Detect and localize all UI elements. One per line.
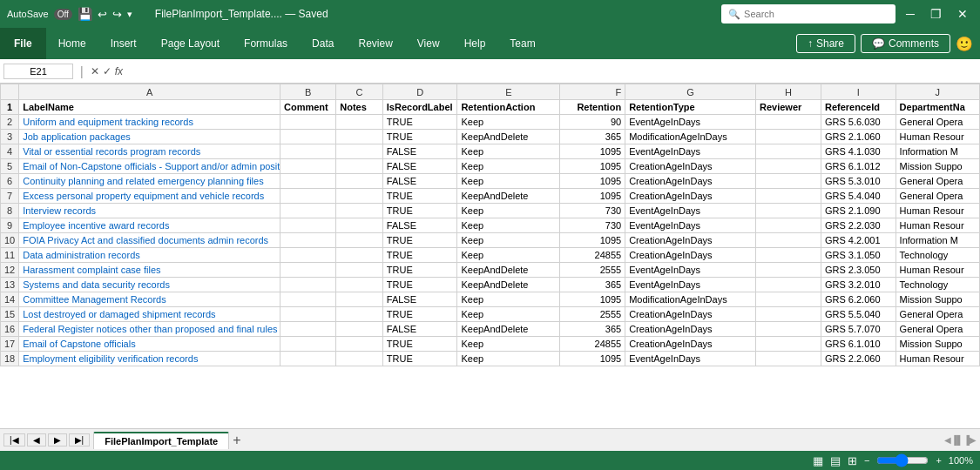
cell-c3[interactable] xyxy=(336,130,383,144)
next-sheet-button[interactable]: ▶ xyxy=(48,433,67,446)
cell-j10[interactable]: Information M xyxy=(896,233,979,248)
cell-g18[interactable]: EventAgeInDays xyxy=(625,352,756,366)
cell-g14[interactable]: ModificationAgeInDays xyxy=(625,292,756,307)
cell-f14[interactable]: 1095 xyxy=(560,292,625,307)
cell-i14[interactable]: GRS 6.2.060 xyxy=(821,292,896,307)
cell-i9[interactable]: GRS 2.2.030 xyxy=(821,218,896,233)
cell-i6[interactable]: GRS 5.3.010 xyxy=(821,174,896,189)
cell-f10[interactable]: 1095 xyxy=(560,233,625,248)
cell-e17[interactable]: Keep xyxy=(457,337,560,352)
cell-j8[interactable]: Human Resour xyxy=(896,204,979,218)
cell-g9[interactable]: EventAgeInDays xyxy=(625,218,756,233)
cell-d3[interactable]: TRUE xyxy=(382,130,457,144)
cell-e8[interactable]: Keep xyxy=(457,204,560,218)
autosave-toggle[interactable]: Off xyxy=(54,9,72,20)
insert-function-icon[interactable]: fx xyxy=(115,65,123,77)
cell-e4[interactable]: Keep xyxy=(457,144,560,159)
cell-b4[interactable] xyxy=(280,144,336,159)
cell-d12[interactable]: TRUE xyxy=(382,263,457,278)
cell-e14[interactable]: Keep xyxy=(457,292,560,307)
cell-b7[interactable] xyxy=(280,189,336,204)
cell-j2[interactable]: General Opera xyxy=(896,115,979,130)
tab-insert[interactable]: Insert xyxy=(98,28,149,59)
cell-j4[interactable]: Information M xyxy=(896,144,979,159)
cell-b9[interactable] xyxy=(280,218,336,233)
zoom-increase-button[interactable]: + xyxy=(936,455,941,466)
cell-d11[interactable]: TRUE xyxy=(382,248,457,263)
smiley-icon[interactable]: 🙂 xyxy=(956,36,973,52)
tab-home[interactable]: Home xyxy=(46,28,98,59)
cell-d2[interactable]: TRUE xyxy=(382,115,457,130)
zoom-decrease-button[interactable]: − xyxy=(864,455,869,466)
normal-view-icon[interactable]: ▦ xyxy=(813,454,823,467)
cell-g15[interactable]: CreationAgeInDays xyxy=(625,307,756,322)
cell-g13[interactable]: EventAgeInDays xyxy=(625,278,756,292)
cell-j7[interactable]: General Opera xyxy=(896,189,979,204)
cell-b16[interactable] xyxy=(280,322,336,337)
cell-b14[interactable] xyxy=(280,292,336,307)
cell-a11[interactable]: Data administration records xyxy=(19,248,280,263)
cell-g12[interactable]: EventAgeInDays xyxy=(625,263,756,278)
cell-h2[interactable] xyxy=(756,115,821,130)
cell-h10[interactable] xyxy=(756,233,821,248)
cell-b18[interactable] xyxy=(280,352,336,366)
last-sheet-button[interactable]: ▶| xyxy=(69,433,91,446)
cell-h16[interactable] xyxy=(756,322,821,337)
cell-i4[interactable]: GRS 4.1.030 xyxy=(821,144,896,159)
layout-view-icon[interactable]: ▤ xyxy=(830,454,841,467)
cell-d5[interactable]: FALSE xyxy=(382,159,457,174)
cell-b15[interactable] xyxy=(280,307,336,322)
col-header-c[interactable]: C xyxy=(336,84,383,100)
cell-g8[interactable]: EventAgeInDays xyxy=(625,204,756,218)
col-header-f[interactable]: F xyxy=(560,84,625,100)
cell-i10[interactable]: GRS 4.2.001 xyxy=(821,233,896,248)
cell-i8[interactable]: GRS 2.1.090 xyxy=(821,204,896,218)
cell-g7[interactable]: CreationAgeInDays xyxy=(625,189,756,204)
cell-g10[interactable]: CreationAgeInDays xyxy=(625,233,756,248)
cell-b2[interactable] xyxy=(280,115,336,130)
cell-d17[interactable]: TRUE xyxy=(382,337,457,352)
col-header-g[interactable]: G xyxy=(625,84,756,100)
cell-h13[interactable] xyxy=(756,278,821,292)
cell-f17[interactable]: 24855 xyxy=(560,337,625,352)
comments-button[interactable]: 💬 Comments xyxy=(861,34,950,53)
cell-e1[interactable]: RetentionAction xyxy=(457,100,560,115)
cell-c4[interactable] xyxy=(336,144,383,159)
cell-h11[interactable] xyxy=(756,248,821,263)
cell-d1[interactable]: IsRecordLabel xyxy=(382,100,457,115)
cell-f11[interactable]: 24855 xyxy=(560,248,625,263)
cell-e7[interactable]: KeepAndDelete xyxy=(457,189,560,204)
search-box[interactable]: 🔍 xyxy=(721,4,896,24)
share-button[interactable]: ↑ Share xyxy=(796,34,855,53)
cell-e2[interactable]: Keep xyxy=(457,115,560,130)
cell-a16[interactable]: Federal Register notices other than prop… xyxy=(19,322,280,337)
cell-h17[interactable] xyxy=(756,337,821,352)
cell-j6[interactable]: General Opera xyxy=(896,174,979,189)
cell-j18[interactable]: Human Resour xyxy=(896,352,979,366)
cell-j3[interactable]: Human Resour xyxy=(896,130,979,144)
cell-b10[interactable] xyxy=(280,233,336,248)
cell-a1[interactable]: LabelName xyxy=(19,100,280,115)
cell-e15[interactable]: Keep xyxy=(457,307,560,322)
restore-button[interactable]: ❐ xyxy=(925,5,947,23)
tab-review[interactable]: Review xyxy=(346,28,404,59)
cell-h12[interactable] xyxy=(756,263,821,278)
redo-icon[interactable]: ↪ xyxy=(112,8,122,21)
cell-b3[interactable] xyxy=(280,130,336,144)
cell-i18[interactable]: GRS 2.2.060 xyxy=(821,352,896,366)
cell-h15[interactable] xyxy=(756,307,821,322)
cell-j1[interactable]: DepartmentNa xyxy=(896,100,979,115)
cell-e18[interactable]: Keep xyxy=(457,352,560,366)
cell-h7[interactable] xyxy=(756,189,821,204)
cell-g17[interactable]: CreationAgeInDays xyxy=(625,337,756,352)
cell-b6[interactable] xyxy=(280,174,336,189)
cell-b8[interactable] xyxy=(280,204,336,218)
cell-i7[interactable]: GRS 5.4.040 xyxy=(821,189,896,204)
cell-a10[interactable]: FOIA Privacy Act and classified document… xyxy=(19,233,280,248)
confirm-icon[interactable]: ✓ xyxy=(103,65,112,77)
cell-c7[interactable] xyxy=(336,189,383,204)
cell-e3[interactable]: KeepAndDelete xyxy=(457,130,560,144)
cell-e5[interactable]: Keep xyxy=(457,159,560,174)
cell-i5[interactable]: GRS 6.1.012 xyxy=(821,159,896,174)
cell-f1[interactable]: Retention xyxy=(560,100,625,115)
